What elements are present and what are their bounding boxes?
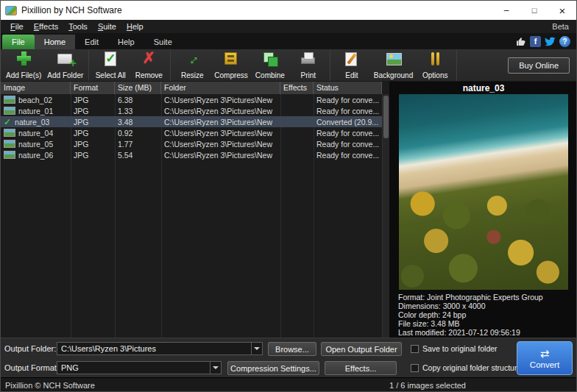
convert-button[interactable]: ⇄ Convert xyxy=(517,341,573,375)
effects-button[interactable]: Effects... xyxy=(325,361,397,375)
converted-check-icon: ✓ xyxy=(4,117,11,127)
folder-cell: C:\Users\Ryzen 3\Pictures\New xyxy=(161,138,280,149)
file-table: ImageFormatSize (MB)FolderEffectsStatus … xyxy=(1,82,389,338)
image-cell: nature_06 xyxy=(1,149,71,160)
toolbar-button-label: Background xyxy=(374,71,413,79)
menubar: FileEffectsToolsSuiteHelpBeta xyxy=(1,20,576,33)
table-row[interactable]: ✓nature_03JPG3.48C:\Users\Ryzen 3\Pictur… xyxy=(1,116,382,127)
folder-cell: C:\Users\Ryzen 3\Pictures\New xyxy=(161,127,280,138)
column-header-image[interactable]: Image xyxy=(1,82,71,94)
save-to-original-folder-checkbox[interactable]: Save to original folder xyxy=(411,344,498,353)
toolbar-options-button[interactable]: Options xyxy=(416,50,454,80)
table-row[interactable]: nature_06JPG5.54C:\Users\Ryzen 3\Picture… xyxy=(1,149,382,160)
toolbar-button-label: Add Folder xyxy=(47,71,83,79)
options-icon xyxy=(425,51,445,67)
toolbar-background-button[interactable]: Background xyxy=(371,50,416,80)
format-cell: JPG xyxy=(71,105,115,116)
menu-tools[interactable]: Tools xyxy=(63,22,93,31)
column-header-effects[interactable]: Effects xyxy=(280,82,314,94)
format-cell: JPG xyxy=(71,138,115,149)
size-cell: 1.33 xyxy=(115,105,161,116)
minimize-icon[interactable] xyxy=(492,1,520,20)
chevron-down-icon[interactable] xyxy=(251,343,262,354)
toolbar-button-label: Options xyxy=(422,71,447,79)
tab-file[interactable]: File xyxy=(2,35,35,49)
table-row[interactable]: nature_04JPG0.92C:\Users\Ryzen 3\Picture… xyxy=(1,127,382,138)
compression-settings-button[interactable]: Compression Settings... xyxy=(227,361,319,375)
column-header-status[interactable]: Status xyxy=(314,82,382,94)
size-cell: 1.77 xyxy=(115,138,161,149)
twitter-icon[interactable] xyxy=(545,36,556,47)
background-icon xyxy=(384,51,403,67)
edit-icon xyxy=(342,51,361,67)
toolbar-add-folder-button[interactable]: Add Folder xyxy=(44,50,86,80)
toolbar-resize-button[interactable]: Resize xyxy=(173,50,211,80)
status-selection-count: 1 / 6 images selected xyxy=(389,381,466,390)
output-format-value: PNG xyxy=(61,363,79,372)
toolbar-button-label: Compress xyxy=(214,71,248,79)
preview-info-line: Format: Joint Photographic Experts Group xyxy=(398,293,569,302)
image-thumbnail-icon xyxy=(4,107,15,115)
toolbar-select-all-button[interactable]: Select All xyxy=(91,50,130,80)
effects-cell xyxy=(280,127,314,138)
image-cell: ✓nature_03 xyxy=(1,116,71,127)
menu-file[interactable]: File xyxy=(5,22,29,31)
preview-info-line: Last modified: 2021-07-12 09:56:19 xyxy=(398,328,569,337)
status-cell: Ready for conve... xyxy=(314,94,382,105)
open-output-folder-button[interactable]: Open Output Folder xyxy=(321,342,402,356)
image-name: nature_01 xyxy=(18,107,53,115)
table-scrollbar[interactable] xyxy=(382,94,389,338)
toolbar-add-file-s-button[interactable]: Add File(s) xyxy=(3,50,44,80)
preview-info: Format: Joint Photographic Experts Group… xyxy=(389,290,577,337)
menu-effects[interactable]: Effects xyxy=(29,22,63,31)
toolbar-button-label: Combine xyxy=(255,71,285,79)
help-icon[interactable]: ? xyxy=(559,36,570,47)
format-cell: JPG xyxy=(71,127,115,138)
toolbar-button-label: Print xyxy=(301,71,316,79)
app-icon xyxy=(5,6,17,15)
beta-label: Beta xyxy=(552,22,572,31)
toolbar-print-button[interactable]: Print xyxy=(289,50,328,80)
toolbar-remove-button[interactable]: Remove xyxy=(130,50,168,80)
tab-suite[interactable]: Suite xyxy=(144,35,182,49)
toolbar-compress-button[interactable]: Compress xyxy=(211,50,251,80)
checkbox-label: Save to original folder xyxy=(422,344,498,353)
preview-info-line: Dimensions: 3000 x 4000 xyxy=(398,302,569,310)
facebook-icon[interactable]: f xyxy=(530,36,541,47)
toolbar-edit-button[interactable]: Edit xyxy=(333,50,371,80)
checkbox-icon[interactable] xyxy=(411,345,419,353)
buy-online-button[interactable]: Buy Online xyxy=(508,57,570,74)
table-row[interactable]: beach_02JPG6.38C:\Users\Ryzen 3\Pictures… xyxy=(1,94,382,105)
column-header-size-mb[interactable]: Size (MB) xyxy=(115,82,161,94)
image-name: nature_04 xyxy=(18,129,53,138)
checkbox-label: Copy original folder structure xyxy=(422,363,521,372)
toolbar-group: ResizeCompressCombinePrint xyxy=(171,49,330,81)
menu-help[interactable]: Help xyxy=(121,22,149,31)
toolbar-combine-button[interactable]: Combine xyxy=(251,50,289,80)
add-folder-icon xyxy=(56,51,75,67)
column-header-folder[interactable]: Folder xyxy=(161,82,280,94)
column-header-format[interactable]: Format xyxy=(71,82,115,94)
copy-folder-structure-checkbox[interactable]: Copy original folder structure xyxy=(411,363,521,372)
close-icon[interactable] xyxy=(548,1,576,20)
table-row[interactable]: nature_05JPG1.77C:\Users\Ryzen 3\Picture… xyxy=(1,138,382,149)
output-folder-label: Output Folder: xyxy=(4,344,56,353)
scrollbar-thumb[interactable] xyxy=(383,96,389,138)
tab-help[interactable]: Help xyxy=(108,35,144,49)
table-row[interactable]: nature_01JPG1.33C:\Users\Ryzen 3\Picture… xyxy=(1,105,382,116)
status-copyright: Pixillion © NCH Software xyxy=(5,381,95,390)
toolbar-group: Select AllRemove xyxy=(89,49,171,81)
table-header: ImageFormatSize (MB)FolderEffectsStatus xyxy=(1,82,382,94)
maximize-icon[interactable] xyxy=(520,1,548,20)
output-folder-combobox[interactable]: C:\Users\Ryzen 3\Pictures xyxy=(57,342,263,355)
menu-suite[interactable]: Suite xyxy=(93,22,121,31)
tab-edit[interactable]: Edit xyxy=(75,35,108,49)
output-format-combobox[interactable]: PNG xyxy=(57,361,222,374)
tab-home[interactable]: Home xyxy=(35,35,75,49)
checkbox-icon[interactable] xyxy=(411,364,419,372)
browse-button[interactable]: Browse... xyxy=(268,342,316,356)
toolbar: Add File(s)Add FolderSelect AllRemoveRes… xyxy=(1,49,576,82)
chevron-down-icon[interactable] xyxy=(210,362,221,374)
like-icon[interactable] xyxy=(515,36,526,47)
preview-info-line: File size: 3.48 MB xyxy=(398,319,569,328)
